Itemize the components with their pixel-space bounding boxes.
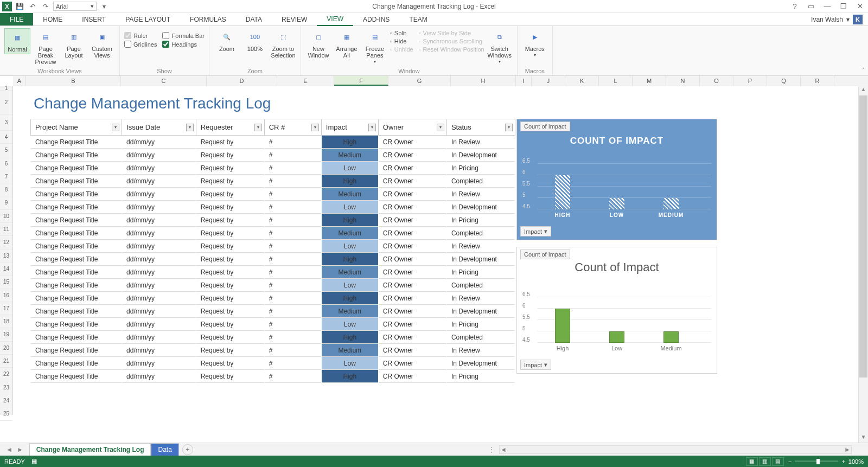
table-cell[interactable]: Request by [196, 188, 264, 201]
sheet-nav[interactable]: ◄► [0, 446, 29, 453]
column-header-Q[interactable]: Q [767, 76, 801, 86]
table-row[interactable]: Change Request Titledd/mm/yyRequest by#M… [31, 344, 515, 357]
table-cell[interactable]: dd/mm/yy [122, 344, 196, 357]
table-header[interactable]: Owner▾ [378, 119, 446, 136]
table-cell[interactable]: High [321, 331, 378, 344]
pivot-axis-filter[interactable]: Impact▾ [520, 226, 551, 236]
row-header-7[interactable]: 7 [0, 170, 12, 183]
table-cell[interactable]: Change Request Title [31, 266, 122, 279]
table-cell[interactable]: Medium [321, 188, 378, 201]
table-cell[interactable]: Medium [321, 149, 378, 162]
table-cell[interactable]: Completed [446, 331, 515, 344]
hide-button[interactable]: ▫ Hide [390, 38, 413, 44]
table-cell[interactable]: # [264, 253, 321, 266]
row-header-16[interactable]: 16 [0, 289, 12, 302]
scroll-up-button[interactable]: ▲ [859, 86, 868, 95]
help-button[interactable]: ? [789, 1, 801, 12]
table-cell[interactable]: High [321, 136, 378, 149]
table-cell[interactable]: Change Request Title [31, 318, 122, 331]
table-row[interactable]: Change Request Titledd/mm/yyRequest by#L… [31, 318, 515, 331]
column-header-G[interactable]: G [388, 76, 451, 86]
table-cell[interactable]: High [321, 175, 378, 188]
table-row[interactable]: Change Request Titledd/mm/yyRequest by#H… [31, 292, 515, 305]
table-cell[interactable]: In Development [446, 305, 515, 318]
sheet-area[interactable]: Change Management Tracking Log Project N… [13, 86, 868, 415]
table-cell[interactable]: CR Owner [378, 266, 446, 279]
table-cell[interactable]: Change Request Title [31, 253, 122, 266]
row-header-12[interactable]: 12 [0, 236, 12, 249]
table-cell[interactable]: Medium [321, 227, 378, 240]
zoom-100-button[interactable]: 100100% [242, 28, 268, 53]
tab-data[interactable]: DATA [236, 13, 272, 25]
row-header-21[interactable]: 21 [0, 355, 12, 368]
row-header-22[interactable]: 22 [0, 368, 12, 381]
filter-dropdown-icon[interactable]: ▾ [437, 124, 444, 131]
table-cell[interactable]: Request by [196, 357, 264, 370]
table-cell[interactable]: Request by [196, 266, 264, 279]
table-cell[interactable]: Request by [196, 214, 264, 227]
table-cell[interactable]: Low [321, 162, 378, 175]
ribbon-display-button[interactable]: ▭ [805, 1, 817, 12]
table-cell[interactable]: Request by [196, 201, 264, 214]
tab-view[interactable]: VIEW [317, 13, 353, 26]
row-header-17[interactable]: 17 [0, 302, 12, 315]
row-header-20[interactable]: 20 [0, 342, 12, 355]
table-cell[interactable]: Request by [196, 331, 264, 344]
table-cell[interactable]: Change Request Title [31, 357, 122, 370]
table-cell[interactable]: dd/mm/yy [122, 149, 196, 162]
table-cell[interactable]: Low [321, 279, 378, 292]
table-cell[interactable]: CR Owner [378, 214, 446, 227]
tab-page-layout[interactable]: PAGE LAYOUT [116, 13, 180, 25]
page-layout-button[interactable]: ▥Page Layout [61, 28, 87, 60]
table-cell[interactable]: In Review [446, 188, 515, 201]
table-cell[interactable]: CR Owner [378, 162, 446, 175]
arrange-all-button[interactable]: ▦Arrange All [334, 28, 360, 60]
filter-dropdown-icon[interactable]: ▾ [254, 124, 262, 131]
row-header-23[interactable]: 23 [0, 381, 12, 394]
column-header-N[interactable]: N [666, 76, 700, 86]
table-cell[interactable]: # [264, 201, 321, 214]
table-cell[interactable]: CR Owner [378, 149, 446, 162]
tab-home[interactable]: HOME [33, 13, 72, 25]
sheet-tab-data[interactable]: Data [151, 443, 178, 456]
table-cell[interactable]: dd/mm/yy [122, 175, 196, 188]
formula-bar-checkbox[interactable]: Formula Bar [162, 32, 205, 39]
table-cell[interactable]: Change Request Title [31, 344, 122, 357]
table-cell[interactable]: # [264, 305, 321, 318]
table-header[interactable]: Project Name▾ [31, 119, 122, 136]
freeze-panes-button[interactable]: ▤Freeze Panes▾ [362, 28, 388, 66]
zoom-level[interactable]: 100% [848, 458, 864, 465]
minimize-button[interactable]: — [821, 1, 833, 12]
table-cell[interactable]: CR Owner [378, 136, 446, 149]
table-row[interactable]: Change Request Titledd/mm/yyRequest by#H… [31, 214, 515, 227]
normal-view-button[interactable]: ▦Normal [4, 28, 30, 54]
table-header[interactable]: Status▾ [446, 119, 515, 136]
zoom-out-button[interactable]: − [788, 458, 792, 465]
table-cell[interactable]: In Development [446, 253, 515, 266]
table-cell[interactable]: In Review [446, 292, 515, 305]
zoom-slider[interactable] [795, 460, 838, 462]
row-header-13[interactable]: 13 [0, 250, 12, 263]
table-cell[interactable]: dd/mm/yy [122, 253, 196, 266]
table-cell[interactable]: # [264, 279, 321, 292]
page-layout-status-button[interactable]: ▥ [759, 457, 771, 466]
table-cell[interactable]: CR Owner [378, 305, 446, 318]
table-cell[interactable]: Change Request Title [31, 370, 122, 383]
tab-file[interactable]: FILE [0, 13, 33, 25]
table-cell[interactable]: In Development [446, 357, 515, 370]
table-row[interactable]: Change Request Titledd/mm/yyRequest by#H… [31, 253, 515, 266]
table-cell[interactable]: CR Owner [378, 201, 446, 214]
table-header[interactable]: Impact▾ [321, 119, 378, 136]
macro-record-icon[interactable]: ▦ [31, 458, 37, 465]
horizontal-scrollbar[interactable]: ◄► [499, 445, 852, 454]
column-header-F[interactable]: F [334, 76, 388, 86]
save-button[interactable]: 💾 [14, 1, 25, 12]
row-header-2[interactable]: 2 [0, 91, 12, 114]
custom-views-button[interactable]: ▣Custom Views [89, 28, 115, 60]
row-header-18[interactable]: 18 [0, 315, 12, 328]
table-cell[interactable]: Medium [321, 305, 378, 318]
row-header-25[interactable]: 25 [0, 407, 12, 420]
column-header-O[interactable]: O [700, 76, 733, 86]
table-cell[interactable]: # [264, 227, 321, 240]
table-row[interactable]: Change Request Titledd/mm/yyRequest by#L… [31, 162, 515, 175]
